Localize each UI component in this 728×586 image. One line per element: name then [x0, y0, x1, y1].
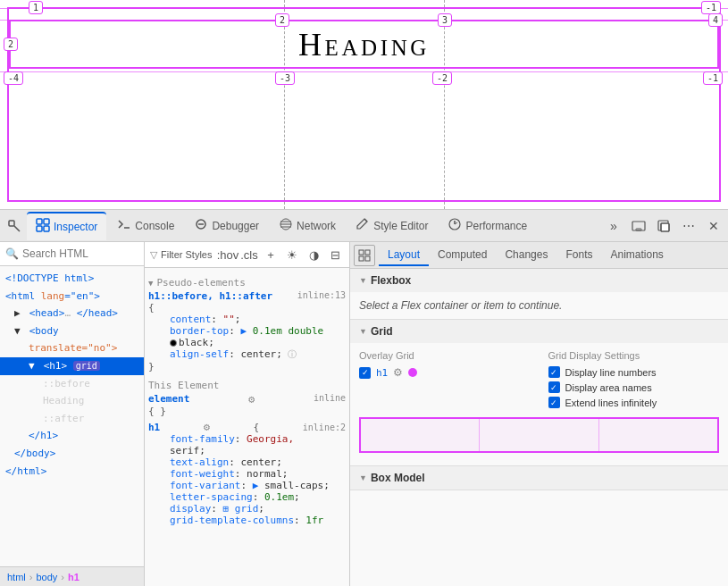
- css-prop-label-font-weight: font-weight: [170, 468, 235, 480]
- grid-badge-neg3: -3: [275, 71, 295, 85]
- grid-label: Grid: [371, 325, 393, 338]
- h1-rule: h1 ⚙ { inline:2 font-family: Georgia, se…: [148, 421, 346, 526]
- tab-fonts[interactable]: Fonts: [556, 245, 601, 266]
- light-dark-button[interactable]: ☀: [283, 246, 301, 264]
- css-val-font-variant-expand[interactable]: ▶: [253, 480, 259, 491]
- tree-after[interactable]: ::after: [0, 410, 144, 428]
- flex-message: Select a Flex container or item to conti…: [359, 299, 719, 312]
- pick-element-button[interactable]: [4, 215, 25, 237]
- tab-style-editor[interactable]: Style Editor: [347, 212, 437, 240]
- tab-debugger[interactable]: Debugger: [185, 212, 268, 240]
- tree-head-tag: <head>: [29, 307, 65, 319]
- svg-line-1: [14, 226, 20, 231]
- tree-html-tag: <html lang="en">: [5, 290, 100, 302]
- filter-styles-label: Filter Styles: [161, 249, 215, 260]
- css-val-display-icon[interactable]: ⊞: [223, 503, 230, 515]
- grid-preview: [359, 417, 719, 453]
- search-input[interactable]: [22, 247, 156, 260]
- pseudo-selector: h1::before, h1::after: [148, 290, 272, 302]
- css-filter-bar: ▽ Filter Styles :hov .cls + ☀ ◑ ⊟: [145, 242, 349, 268]
- css-val-font-variant: small-caps: [264, 480, 323, 491]
- tab-network[interactable]: Network: [270, 212, 345, 240]
- css-prop-label-display: display: [170, 503, 211, 515]
- grid-setting-checkbox-2[interactable]: [548, 381, 560, 393]
- tree-html[interactable]: <html lang="en">: [0, 288, 144, 306]
- box-model-label: Box Model: [371, 472, 425, 484]
- tree-head-toggle[interactable]: ▶: [14, 306, 23, 322]
- pseudo-rule: h1::before, h1::after inline:13 { conten…: [148, 290, 346, 373]
- tree-heading-text[interactable]: Heading: [0, 392, 144, 410]
- hov-button[interactable]: :hov: [219, 246, 237, 264]
- grid-section-header[interactable]: ▼ Grid: [350, 320, 728, 343]
- tree-body-tag: <body: [29, 325, 59, 337]
- tree-doctype-tag: <!DOCTYPE html>: [5, 272, 94, 284]
- tab-changes-label: Changes: [505, 248, 548, 261]
- element-gear[interactable]: ⚙: [248, 393, 255, 406]
- options-button[interactable]: ⋯: [678, 215, 699, 237]
- tab-animations[interactable]: Animations: [601, 245, 672, 266]
- flexbox-content: Select a Flex container or item to conti…: [350, 292, 728, 319]
- tab-changes[interactable]: Changes: [496, 245, 556, 266]
- tree-doctype[interactable]: <!DOCTYPE html>: [0, 270, 144, 288]
- box-model-section-header[interactable]: ▼ Box Model: [350, 466, 728, 490]
- tree-h1-toggle[interactable]: ▼: [29, 358, 38, 374]
- tree-html-close[interactable]: </html>: [0, 463, 144, 481]
- breadcrumb-h1[interactable]: h1: [68, 572, 79, 582]
- console-icon: [117, 217, 131, 234]
- responsive-design-button[interactable]: [628, 215, 649, 237]
- more-tools-button[interactable]: »: [603, 215, 624, 237]
- grid-content: Overlay Grid h1 ⚙ Grid Display Settings: [350, 343, 728, 465]
- tab-performance[interactable]: Performance: [439, 212, 536, 240]
- tree-before-text: ::before: [43, 378, 90, 389]
- tab-computed[interactable]: Computed: [429, 245, 496, 266]
- grid-overlay-col: Overlay Grid h1 ⚙: [359, 350, 531, 412]
- tree-html-close-tag: </html>: [5, 465, 46, 477]
- grid-badge-neg2: -2: [432, 71, 452, 85]
- tree-h1[interactable]: ▼ <h1> grid: [0, 357, 144, 375]
- grid-overlay-checkbox[interactable]: [359, 367, 371, 379]
- grid-setting-area-names: Display area names: [548, 381, 720, 393]
- breadcrumb-body[interactable]: body: [36, 572, 57, 582]
- close-button[interactable]: ✕: [703, 215, 724, 237]
- css-prop-border-color: black;: [170, 337, 346, 348]
- tab-console[interactable]: Console: [108, 212, 183, 240]
- h1-gear[interactable]: ⚙: [204, 421, 210, 433]
- grid-color-swatch[interactable]: [408, 368, 417, 377]
- filter-icon: ▽: [150, 249, 157, 261]
- layout-grid-icon[interactable]: [354, 245, 375, 266]
- tree-body[interactable]: ▼ <body: [0, 322, 144, 340]
- grid-setting-checkbox-3[interactable]: [548, 397, 560, 408]
- print-button[interactable]: ⊟: [326, 246, 344, 264]
- tree-after-text: ::after: [43, 413, 84, 424]
- cls-button[interactable]: .cls: [240, 246, 258, 264]
- dark-mode-button[interactable]: ◑: [305, 246, 322, 264]
- tree-body-close[interactable]: </body>: [0, 445, 144, 463]
- tree-body-attr: translate="no">: [0, 339, 144, 357]
- tree-before[interactable]: ::before: [0, 375, 144, 393]
- tab-network-label: Network: [297, 220, 336, 232]
- tab-inspector[interactable]: Inspector: [27, 212, 106, 240]
- add-rule-button[interactable]: +: [262, 246, 280, 264]
- css-info-icon[interactable]: ⓘ: [288, 349, 297, 359]
- breadcrumb-html[interactable]: html: [7, 572, 26, 582]
- tab-layout[interactable]: Layout: [379, 245, 429, 266]
- grid-setting-checkbox-1[interactable]: [548, 366, 560, 378]
- tree-body-toggle[interactable]: ▼: [14, 323, 23, 339]
- css-prop-grid-template-columns: grid-template-columns: 1fr: [159, 515, 346, 526]
- tree-head[interactable]: ▶ <head>… </head>: [0, 305, 144, 322]
- css-color-dot-black[interactable]: [170, 339, 177, 347]
- grid-badge-3: 3: [438, 13, 452, 27]
- grid-triangle: ▼: [359, 327, 367, 336]
- css-prop-content: content: "";: [159, 314, 346, 325]
- grid-gear-icon[interactable]: ⚙: [393, 366, 403, 379]
- css-val-display: grid: [235, 503, 259, 515]
- pseudo-elements-header[interactable]: ▼ Pseudo-elements: [148, 277, 346, 289]
- flexbox-section: ▼ Flexbox Select a Flex container or ite…: [350, 269, 728, 320]
- this-element-header[interactable]: This Element: [148, 380, 346, 391]
- css-prop-align-self: align-self: center; ⓘ: [159, 348, 346, 361]
- css-val-border-expand[interactable]: ▶: [240, 325, 247, 337]
- tree-h1-close[interactable]: </h1>: [0, 427, 144, 445]
- flexbox-section-header[interactable]: ▼ Flexbox: [350, 269, 728, 292]
- grid-section: ▼ Grid Overlay Grid h1 ⚙: [350, 320, 728, 466]
- new-window-button[interactable]: [653, 215, 674, 237]
